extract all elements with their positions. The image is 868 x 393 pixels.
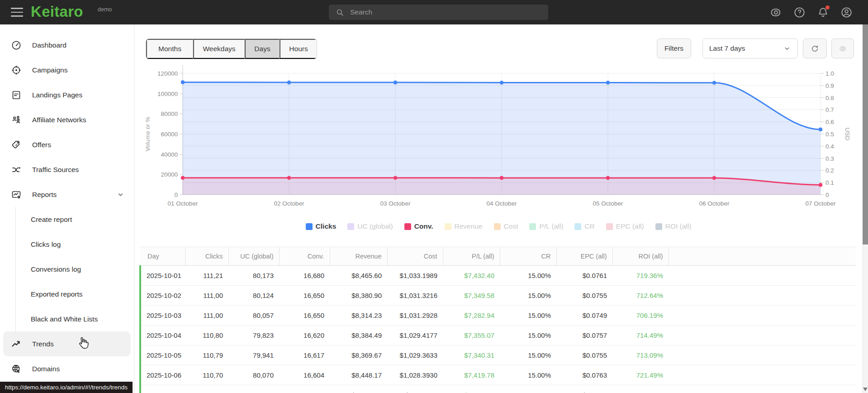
axis-tick-label: 0.7	[825, 106, 834, 113]
legend-item-cost[interactable]: Cost	[494, 222, 518, 230]
cell-p-l-all-: $7,432.40	[443, 266, 500, 286]
brand-logo: Keitaro	[31, 3, 83, 20]
sidebar-item-label: Landings Pages	[32, 91, 82, 99]
sidebar-item-campaigns[interactable]: Campaigns	[0, 58, 134, 82]
legend-item-clicks[interactable]: Clicks	[306, 222, 337, 230]
cell-epc-all-: $0.0765	[556, 385, 612, 393]
legend-item-epc-all-[interactable]: EPC (all)	[606, 222, 644, 230]
scrollbar-down-arrow[interactable]	[863, 388, 868, 391]
sidebar-item-label: Traffic Sources	[32, 166, 79, 174]
axis-tick-label: 60000	[161, 131, 178, 138]
axis-tick-label: 04 October	[487, 200, 517, 207]
cell-revenue: $8,314.23	[330, 306, 387, 326]
axis-tick-label: USD	[844, 128, 851, 141]
legend-label: ROI (all)	[665, 222, 692, 230]
sidebar-item-offers[interactable]: $Offers	[0, 132, 134, 157]
scrollbar-thumb[interactable]	[863, 24, 868, 244]
cell-clicks: 111,00	[185, 306, 228, 326]
sidebar-item-label: Trends	[32, 340, 54, 348]
axis-tick-label: 05 October	[593, 200, 623, 207]
table-row: 2025-10-03111,0080,05716,650$8,314.23$1,…	[140, 306, 856, 326]
scrollbar-track[interactable]	[863, 24, 868, 393]
sidebar-item-trends[interactable]: Trends	[3, 331, 131, 356]
menu-toggle-button[interactable]	[11, 8, 23, 17]
help-icon[interactable]	[793, 6, 806, 19]
legend-item-roi-all-[interactable]: ROI (all)	[655, 222, 692, 230]
axis-tick-label: 0.1	[825, 179, 834, 186]
data-point	[712, 176, 716, 180]
axis-tick-label: 02 October	[274, 200, 304, 207]
table-row: 2025-10-01111,2180,17316,680$8,465.60$1,…	[140, 266, 856, 286]
axis-tick-label: 20000	[161, 171, 178, 178]
landing-pages-doc-icon	[11, 90, 22, 101]
cell-p-l-all-: $7,419.78	[443, 365, 500, 385]
cell-filler	[669, 345, 856, 365]
legend-label: UC (global)	[357, 222, 393, 230]
sidebar-item-reports[interactable]: Reports	[0, 182, 134, 207]
sidebar-item-domains[interactable]: Domains	[0, 356, 134, 381]
sidebar-reports-submenu: Create reportClicks logConversions logEx…	[15, 207, 134, 331]
cell-uc-global-: 80,173	[228, 266, 279, 286]
account-avatar-icon[interactable]	[840, 6, 853, 19]
col-header-day: Day	[140, 247, 185, 266]
sidebar-item-label: Offers	[32, 141, 51, 149]
data-point	[394, 81, 398, 85]
col-header-clicks: Clicks	[185, 247, 228, 266]
table-header-row: DayClicksUC (global)Conv.RevenueCostP/L …	[140, 247, 856, 266]
cell-epc-all-: $0.0755	[556, 286, 612, 306]
legend-item-uc-global-[interactable]: UC (global)	[347, 222, 393, 230]
sidebar-subitem-exported-reports[interactable]: Exported reports	[16, 282, 134, 307]
sidebar-subitem-black-and-white-lists[interactable]: Black and White Lists	[16, 307, 134, 331]
sidebar-item-label: Reports	[32, 191, 57, 199]
legend-item-cr[interactable]: CR	[574, 222, 594, 230]
cell-cost: $1,033.1989	[387, 266, 443, 286]
cell-day: 2025-10-07	[140, 385, 185, 393]
data-point	[712, 81, 716, 85]
legend-label: EPC (all)	[616, 222, 644, 230]
reports-chart-gear-icon	[11, 189, 22, 200]
notification-badge	[825, 5, 830, 10]
cell-filler	[669, 306, 856, 326]
axis-tick-label: 80000	[161, 110, 178, 117]
cell-filler	[669, 365, 856, 385]
cell-filler	[669, 385, 856, 393]
cell-conv-: 9,678	[279, 385, 330, 393]
sidebar-subitem-clicks-log[interactable]: Clicks log	[16, 232, 134, 257]
table-row: 2025-10-0764,5244,1579,678$4,938.34$597.…	[140, 385, 856, 393]
sidebar-item-affiliate-networks[interactable]: Affiliate Networks	[0, 107, 134, 132]
axis-tick-label: 0.9	[825, 82, 834, 89]
sidebar-item-traffic-sources[interactable]: Traffic Sources	[0, 157, 134, 182]
notifications-bell-icon[interactable]	[817, 6, 829, 19]
legend-item-p-l-all-[interactable]: P/L (all)	[529, 222, 563, 230]
axis-tick-label: 03 October	[380, 200, 411, 207]
data-point	[606, 81, 610, 85]
data-point	[819, 128, 823, 132]
axis-tick-label: 0.2	[825, 167, 834, 174]
cell-cost: $1,031.2928	[387, 306, 443, 326]
legend-label: Conv.	[414, 222, 433, 230]
sidebar-subitem-conversions-log[interactable]: Conversions log	[16, 257, 134, 282]
cell-revenue: $8,465.60	[330, 266, 387, 286]
legend-item-revenue[interactable]: Revenue	[445, 222, 483, 230]
offers-tag-icon: $	[11, 139, 22, 150]
settings-gear-icon[interactable]	[770, 6, 782, 19]
cell-roi-all-: 721.49%	[612, 365, 669, 385]
table-row: 2025-10-05110,7979,94116,617$8,369.67$1,…	[140, 345, 856, 365]
axis-tick-label: 0.5	[825, 131, 834, 138]
legend-swatch	[655, 223, 662, 230]
sidebar-subitem-create-report[interactable]: Create report	[16, 207, 134, 232]
sidebar-item-landings-pages[interactable]: Landings Pages	[0, 82, 134, 107]
cell-filler	[669, 286, 856, 306]
legend-swatch	[347, 223, 354, 230]
sidebar-item-label: Campaigns	[32, 66, 67, 74]
topbar: Keitaro demo	[0, 0, 868, 24]
legend-item-conv-[interactable]: Conv.	[404, 222, 433, 230]
search-input[interactable]	[350, 8, 548, 16]
data-point	[500, 81, 504, 85]
cell-roi-all-: 713.09%	[612, 345, 669, 365]
data-point	[606, 176, 610, 180]
legend-label: CR	[584, 222, 594, 230]
legend-swatch	[306, 223, 313, 230]
cell-cost: $1,029.4177	[387, 326, 443, 345]
sidebar-item-dashboard[interactable]: Dashboard	[0, 33, 134, 58]
